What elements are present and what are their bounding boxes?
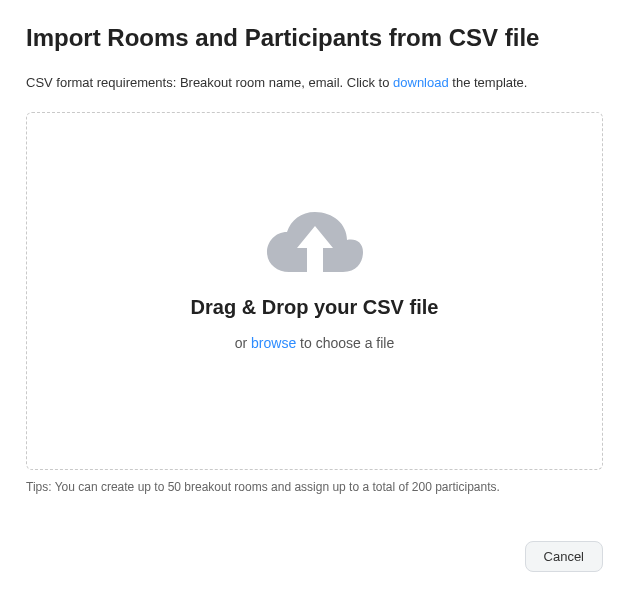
import-csv-dialog: Import Rooms and Participants from CSV f… [0, 0, 629, 590]
upload-cloud-icon [263, 202, 367, 278]
desc-suffix: the template. [449, 75, 528, 90]
browse-line: or browse to choose a file [235, 335, 395, 351]
tips-text: Tips: You can create up to 50 breakout r… [26, 480, 603, 494]
choose-text: to choose a file [296, 335, 394, 351]
csv-dropzone[interactable]: Drag & Drop your CSV file or browse to c… [26, 112, 603, 470]
cancel-button[interactable]: Cancel [525, 541, 603, 572]
dialog-footer: Cancel [525, 541, 603, 572]
dropzone-heading: Drag & Drop your CSV file [191, 296, 439, 319]
download-template-link[interactable]: download [393, 75, 449, 90]
dialog-title: Import Rooms and Participants from CSV f… [26, 24, 603, 52]
desc-prefix: CSV format requirements: Breakout room n… [26, 75, 393, 90]
csv-format-description: CSV format requirements: Breakout room n… [26, 74, 603, 92]
browse-link[interactable]: browse [251, 335, 296, 351]
or-text: or [235, 335, 251, 351]
